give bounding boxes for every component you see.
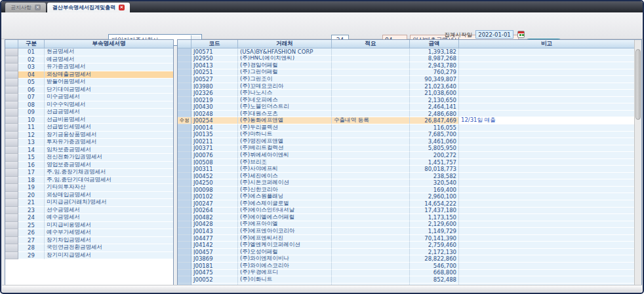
statement-row[interactable]: 09선급금명세서 — [5, 109, 173, 117]
row-selector[interactable] — [5, 117, 18, 124]
row-marker[interactable] — [178, 179, 191, 187]
statement-row[interactable]: 04외상매출금명세서 — [5, 71, 173, 79]
vertical-scrollbar[interactable] — [634, 40, 641, 285]
row-marker[interactable] — [178, 235, 191, 242]
ledger-row[interactable]: J00211(주)명진에프앤엘3,461,060 — [178, 138, 634, 145]
statement-row[interactable]: 18주.임.종단기대여금명세서 — [5, 177, 173, 185]
row-marker[interactable] — [178, 214, 191, 221]
ledger-row[interactable]: J04477(주)에프엔씨서진70,141,390 — [178, 235, 634, 242]
ledger-row[interactable]: J00413(주)경일어패럴2,943,780 — [178, 62, 634, 69]
statement-row[interactable]: 05받을어음명세서 — [5, 79, 173, 86]
statement-row[interactable]: 06단기대여금명세서 — [5, 86, 173, 94]
row-marker[interactable] — [178, 193, 191, 200]
row-selector[interactable] — [5, 199, 18, 207]
row-marker[interactable] — [178, 249, 191, 256]
row-selector[interactable] — [5, 154, 18, 162]
row-selector[interactable] — [5, 71, 18, 79]
row-marker[interactable] — [178, 124, 191, 132]
statement-row[interactable]: 29장기미지급명세서 — [5, 252, 173, 260]
ledger-row[interactable]: J00311(주)사야에프씨80,018,773 — [178, 166, 634, 173]
ledger-row[interactable]: J04250(주)시온코퍼레이션320,540 — [178, 179, 634, 187]
statement-row[interactable]: 12장기금융상품명세서 — [5, 132, 173, 139]
tab-notice[interactable]: 공지사항 × — [5, 3, 46, 12]
statement-row[interactable]: 25미지급비용명세서 — [5, 222, 173, 230]
ledger-row[interactable]: J00430(주)노블인더스트리2,464,141 — [178, 103, 634, 111]
statement-row[interactable]: 14임차보증금명세서 — [5, 147, 173, 155]
statement-row[interactable]: 16영업보증금명세서 — [5, 162, 173, 170]
ledger-row[interactable]: J00251(주)그린어패럴760,279 — [178, 69, 634, 77]
close-icon[interactable]: × — [35, 5, 41, 10]
statement-row[interactable]: 07미수금명세서 — [5, 94, 173, 101]
calendar-icon[interactable] — [517, 31, 525, 38]
ledger-row[interactable]: J00571(USA)BY&HFASHION CORP1,393,182 — [178, 48, 634, 56]
ledger-row[interactable]: J03980(주)꼬매요코리아21,023,640 — [178, 83, 634, 90]
ledger-row[interactable]: J00135(주)마하니트7,685,700 — [178, 132, 634, 139]
row-selector[interactable] — [5, 177, 18, 185]
statement-row[interactable]: 28국민연금전환금명세서 — [5, 244, 173, 252]
row-selector[interactable] — [5, 79, 18, 86]
row-marker[interactable] — [178, 255, 191, 263]
ledger-row[interactable]: J00098(주)신한코리아169,400 — [178, 187, 634, 194]
ledger-row[interactable]: J03869(주)와이엔제이비나28,822,860 — [178, 255, 634, 263]
statement-row[interactable]: 02예금명세서 — [5, 56, 173, 64]
statement-row[interactable]: 15전신전화가입권명세서 — [5, 154, 173, 162]
ledger-row[interactable]: J00143(주)에프엔아이코리아1,149,729 — [178, 228, 634, 235]
ledger-row[interactable]: J00014(주)두리콜렉션116,055 — [178, 124, 634, 132]
row-marker[interactable] — [178, 132, 191, 139]
row-marker[interactable] — [178, 138, 191, 145]
row-selector[interactable] — [5, 147, 18, 155]
row-selector[interactable] — [5, 207, 18, 215]
statement-row[interactable]: 08미수수익명세서 — [5, 101, 173, 109]
ledger-row[interactable]: J00452(주)세진에이스238,582 — [178, 173, 634, 180]
ledger-row[interactable]: J00219(주)네오피에스2,130,650 — [178, 97, 634, 104]
statement-row[interactable]: 01현금명세서 — [5, 48, 173, 56]
ledger-row[interactable]: J00076(주)뷔에세아이엔씨200,272 — [178, 152, 634, 159]
row-selector[interactable] — [5, 162, 18, 170]
statement-row[interactable]: 24예수금명세서 — [5, 214, 173, 222]
scrollbar-thumb[interactable] — [635, 49, 641, 120]
row-marker[interactable] — [178, 187, 191, 194]
ledger-row[interactable]: J00508(주)브리조1,451,757 — [178, 159, 634, 166]
ledger-row[interactable]: J00457(주)오성어패럴2,172,130 — [178, 249, 634, 256]
row-marker[interactable] — [178, 242, 191, 249]
row-selector[interactable] — [5, 252, 18, 260]
row-marker[interactable] — [178, 166, 191, 173]
row-marker[interactable] — [178, 111, 191, 118]
row-marker[interactable] — [178, 56, 191, 63]
row-selector[interactable] — [5, 139, 18, 147]
ledger-row[interactable]: J00264(주)에이스인터내셔날17,437,180 — [178, 208, 634, 215]
row-selector[interactable] — [5, 192, 18, 200]
row-marker[interactable]: 수정 — [178, 117, 191, 124]
row-selector[interactable] — [5, 214, 18, 222]
ledger-row[interactable]: J00482(주)에이엘에스어패럴1,173,150 — [178, 214, 634, 221]
row-marker[interactable] — [178, 263, 191, 270]
ledger-row[interactable]: J02326(주)나노시스21,038,600 — [178, 90, 634, 97]
row-marker[interactable] — [178, 159, 191, 166]
row-selector[interactable] — [5, 124, 18, 132]
ledger-row[interactable]: J04142(주)엘엔케이코퍼레이션2,759,460 — [178, 242, 634, 249]
statement-row[interactable]: 27장기차입금명세서 — [5, 237, 173, 245]
start-date-input[interactable]: 2022-01-01 — [475, 30, 513, 39]
row-marker[interactable] — [178, 83, 191, 90]
row-selector[interactable] — [5, 222, 18, 230]
row-selector[interactable] — [5, 48, 18, 56]
statement-row[interactable]: 13투자유가증권명세서 — [5, 139, 173, 147]
row-selector[interactable] — [5, 86, 18, 94]
row-selector[interactable] — [5, 94, 18, 101]
statement-row[interactable]: 10선급비용명세서 — [5, 117, 173, 124]
row-selector[interactable] — [5, 237, 18, 245]
row-marker[interactable] — [178, 152, 191, 159]
statement-row[interactable]: 21미지급금(거래처)명세서 — [5, 199, 173, 207]
tab-report[interactable]: 결산부속명세서집계및출력 × — [47, 3, 130, 12]
statement-row[interactable]: 20외상매입금명세서 — [5, 192, 173, 200]
row-marker[interactable] — [178, 173, 191, 180]
row-selector[interactable] — [5, 109, 18, 117]
row-marker[interactable] — [178, 69, 191, 77]
row-marker[interactable] — [178, 62, 191, 69]
row-marker[interactable] — [178, 228, 191, 235]
ledger-row[interactable]: J00475(주)우경에프디668,800 — [178, 270, 634, 277]
ledger-row[interactable]: J00102(주)에스원플래닝2,960,100 — [178, 193, 634, 200]
ledger-row[interactable]: J00052(주)이화니트852,488 — [178, 276, 634, 284]
row-selector[interactable] — [5, 132, 18, 139]
row-selector[interactable] — [5, 229, 18, 237]
